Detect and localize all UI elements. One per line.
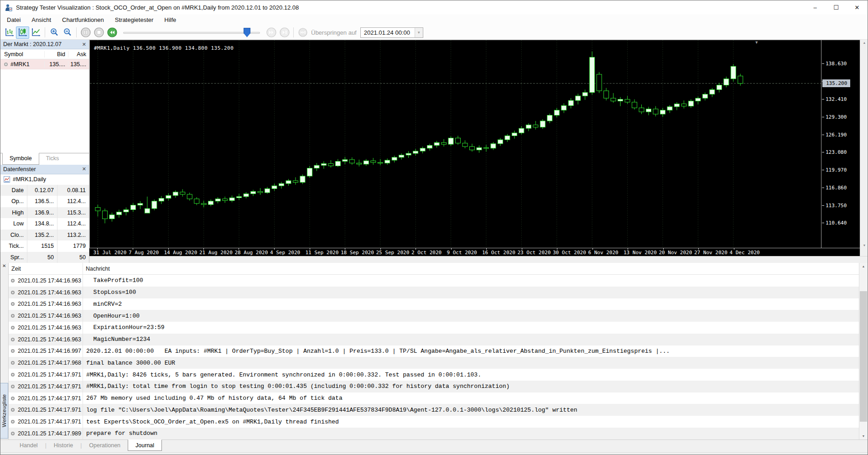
data-window-instrument: #MRK1,Daily bbox=[0, 174, 89, 185]
journal-row[interactable]: 2021.01.25 17:44:17.971#MRK1,Daily: 8426… bbox=[9, 369, 859, 381]
price-axis[interactable]: 138.630135.520132.410129.300126.190123.0… bbox=[821, 40, 860, 248]
date-axis[interactable]: 31 Jul 20207 Aug 202014 Aug 202021 Aug 2… bbox=[89, 248, 821, 256]
minimize-icon[interactable]: – bbox=[805, 0, 826, 14]
column-symbol[interactable]: Symbol bbox=[0, 51, 44, 58]
side-tab-label: Werkzeugliste bbox=[1, 394, 7, 427]
chart-plot[interactable]: #MRK1,Daily 136.500 136.900 134.800 135.… bbox=[89, 40, 821, 248]
skip-to-date-button[interactable] bbox=[296, 26, 309, 39]
journal-row[interactable]: 2021.01.25 17:44:16.9972020.12.01 00:00:… bbox=[9, 345, 859, 357]
scrollbar-thumb[interactable] bbox=[860, 291, 867, 422]
price-tick-label: 110.640 bbox=[822, 220, 847, 226]
column-nachricht[interactable]: Nachricht bbox=[83, 266, 110, 272]
journal-time: 2021.01.25 17:44:16.963 bbox=[9, 322, 83, 334]
close-icon[interactable]: ✕ bbox=[847, 0, 868, 14]
journal-row[interactable]: 2021.01.25 17:44:17.971test Experts\Stoc… bbox=[9, 416, 859, 428]
journal-row[interactable]: 2021.01.25 17:44:16.963 OpenHour=1:00 bbox=[9, 310, 859, 322]
menu-item-datei[interactable]: Datei bbox=[1, 14, 26, 26]
journal-scrollbar[interactable]: ▲ ▼ bbox=[859, 263, 868, 439]
symbol-status-icon bbox=[4, 63, 8, 66]
rewind-button[interactable] bbox=[105, 26, 119, 39]
journal-row[interactable]: 2021.01.25 17:44:16.963 ExpirationHour=2… bbox=[9, 322, 859, 334]
tab-historie[interactable]: Historie bbox=[47, 440, 80, 451]
tab-journal[interactable]: Journal bbox=[128, 439, 162, 451]
skip-date-value[interactable]: 2021.01.24 00:00 bbox=[361, 29, 415, 36]
column-ask[interactable]: Ask bbox=[68, 51, 89, 58]
toolbar: Überspringen auf 2021.01.24 00:00 ▼ bbox=[0, 26, 868, 40]
tab-ticks[interactable]: Ticks bbox=[39, 153, 66, 165]
chart-shift-marker-icon[interactable]: ▼ bbox=[754, 40, 759, 45]
close-icon[interactable]: ✕ bbox=[2, 264, 6, 268]
tab-symbole[interactable]: Symbole bbox=[2, 153, 39, 165]
journal-time: 2021.01.25 17:44:16.963 bbox=[9, 298, 83, 310]
candlestick-chart[interactable] bbox=[90, 40, 821, 248]
slider-handle[interactable] bbox=[244, 28, 250, 37]
stop-button[interactable] bbox=[92, 26, 105, 39]
journal-row[interactable]: 2021.01.25 17:44:16.963 MagicNumber=1234 bbox=[9, 334, 859, 345]
journal-timestamp: 2021.01.25 17:44:16.963 bbox=[18, 336, 81, 343]
journal-row[interactable]: 2021.01.25 17:44:17.971log file "C:\User… bbox=[9, 404, 859, 416]
menu-item-ansicht[interactable]: Ansicht bbox=[26, 14, 57, 26]
line-chart-button[interactable] bbox=[29, 26, 42, 39]
journal-message: TakeProfit=100 bbox=[83, 277, 143, 284]
date-tick-label: 6 Nov 2020 bbox=[588, 250, 619, 256]
pause-button[interactable] bbox=[79, 26, 92, 39]
bar-chart-button[interactable] bbox=[3, 26, 16, 39]
journal-row[interactable]: 2021.01.25 17:44:17.971#MRK1,Daily: tota… bbox=[9, 381, 859, 392]
scroll-down-icon[interactable]: ▼ bbox=[859, 434, 868, 438]
tab-operationen[interactable]: Operationen bbox=[82, 440, 128, 451]
journal-timestamp: 2021.01.25 17:44:16.963 bbox=[18, 277, 81, 284]
close-icon[interactable]: ✕ bbox=[82, 42, 86, 47]
journal-timestamp: 2021.01.25 17:44:16.963 bbox=[18, 324, 81, 331]
journal-timestamp: 2021.01.25 17:44:17.989 bbox=[18, 430, 81, 437]
skip-to-end-button[interactable] bbox=[278, 26, 291, 39]
date-tick-label: 16 Oct 2020 bbox=[482, 250, 515, 256]
zoom-out-button[interactable] bbox=[61, 26, 74, 39]
price-tick-label: 129.300 bbox=[822, 114, 847, 120]
skip-date-field[interactable]: 2021.01.24 00:00 ▼ bbox=[360, 27, 423, 38]
chart-scrollbar[interactable]: ▲▼ bbox=[860, 40, 868, 248]
journal-timestamp: 2021.01.25 17:44:16.997 bbox=[18, 348, 81, 354]
log-entry-icon bbox=[11, 326, 15, 329]
journal-time: 2021.01.25 17:44:17.971 bbox=[9, 392, 83, 404]
toolbar-separator bbox=[45, 27, 45, 37]
journal-row[interactable]: 2021.01.25 17:44:17.971267 Mb memory use… bbox=[9, 392, 859, 404]
sidebar-tab-werkzeugliste[interactable]: Werkzeugliste bbox=[0, 383, 8, 439]
strategy-tester-window: Strategy Tester Visualization : Stock_OC… bbox=[0, 0, 868, 455]
zoom-in-button[interactable] bbox=[47, 26, 61, 39]
log-entry-icon bbox=[11, 408, 15, 412]
menu-item-chartfunktionen[interactable]: Chartfunktionen bbox=[57, 14, 109, 26]
journal-time: 2021.01.25 17:44:16.963 bbox=[9, 275, 83, 287]
journal-row[interactable]: 2021.01.25 17:44:17.968final balance 300… bbox=[9, 357, 859, 369]
journal-timestamp: 2021.01.25 17:44:17.971 bbox=[18, 407, 81, 413]
date-tick-label: 13 Nov 2020 bbox=[624, 250, 657, 256]
journal-message: #MRK1,Daily: 8426 ticks, 5 bars generate… bbox=[83, 371, 481, 378]
journal-message: final balance 3000.00 EUR bbox=[83, 360, 175, 366]
column-zeit[interactable]: Zeit bbox=[9, 263, 83, 274]
dw-label: Spr... bbox=[0, 254, 27, 261]
horizontal-splitter[interactable] bbox=[89, 256, 868, 263]
chevron-down-icon[interactable]: ▼ bbox=[415, 28, 423, 37]
journal-row[interactable]: 2021.01.25 17:44:17.989prepare for shutd… bbox=[9, 428, 859, 439]
fast-forward-button[interactable] bbox=[265, 26, 278, 39]
journal-row[interactable]: 2021.01.25 17:44:16.963 StopLoss=100 bbox=[9, 287, 859, 298]
dw-value-1: 136.9... bbox=[27, 207, 57, 219]
menu-item-hilfe[interactable]: Hilfe bbox=[159, 14, 182, 26]
journal-row[interactable]: 2021.01.25 17:44:16.963 TakeProfit=100 bbox=[9, 275, 859, 287]
speed-slider[interactable] bbox=[123, 26, 260, 39]
date-tick-label: 4 Dec 2020 bbox=[730, 250, 760, 256]
candlestick-chart-button[interactable] bbox=[16, 26, 29, 39]
data-window-row: Date0.12.070.08.11 bbox=[0, 185, 89, 196]
log-entry-icon bbox=[11, 397, 15, 400]
status-bar bbox=[0, 452, 868, 455]
close-icon[interactable]: ✕ bbox=[82, 167, 86, 172]
menu-item-strategietester[interactable]: Strategietester bbox=[109, 14, 159, 26]
column-bid[interactable]: Bid bbox=[44, 51, 68, 58]
journal-row[interactable]: 2021.01.25 17:44:16.963 minCRV=2 bbox=[9, 298, 859, 310]
chart-area: #MRK1,Daily 136.500 136.900 134.800 135.… bbox=[89, 40, 868, 263]
market-watch-row[interactable]: #MRK1 135.... 135.... bbox=[0, 59, 89, 69]
tab-handel[interactable]: Handel bbox=[12, 440, 45, 451]
scroll-up-icon[interactable]: ▲ bbox=[859, 265, 868, 268]
date-tick-label: 18 Sep 2020 bbox=[341, 250, 374, 256]
chart-info-line: #MRK1,Daily 136.500 136.900 134.800 135.… bbox=[94, 45, 234, 51]
maximize-icon[interactable]: ☐ bbox=[826, 0, 847, 14]
